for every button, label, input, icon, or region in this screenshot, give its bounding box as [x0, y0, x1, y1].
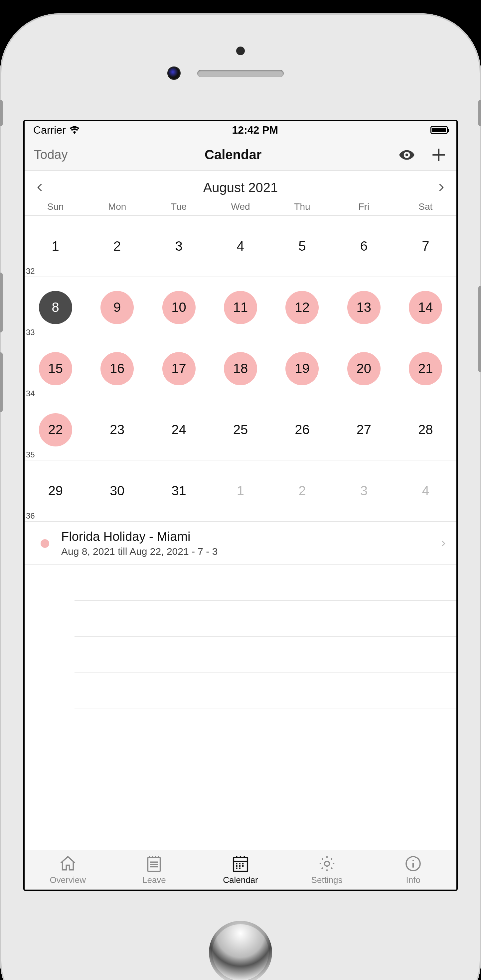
- calendar-day[interactable]: 1: [25, 230, 86, 263]
- calendar-day[interactable]: 12: [271, 291, 333, 324]
- tab-leave[interactable]: Leave: [111, 850, 197, 889]
- month-title: August 2021: [203, 180, 278, 195]
- calendar-day[interactable]: 16: [86, 352, 148, 385]
- calendar-day[interactable]: 10: [148, 291, 210, 324]
- calendar-day[interactable]: 6: [333, 230, 395, 263]
- day-number: 9: [100, 291, 134, 324]
- calendar-day[interactable]: 19: [271, 352, 333, 385]
- day-number: 2: [100, 230, 134, 263]
- tab-info[interactable]: Info: [370, 850, 456, 889]
- add-icon[interactable]: [430, 146, 447, 163]
- calendar-day[interactable]: 14: [395, 291, 456, 324]
- nav-bar: Today Calendar: [25, 139, 456, 171]
- wifi-icon: [69, 125, 80, 135]
- chevron-right-icon: [440, 537, 447, 550]
- day-number: 18: [224, 352, 257, 385]
- day-number: 2: [285, 474, 319, 508]
- calendar-day[interactable]: 15: [25, 352, 86, 385]
- weekday-label: Thu: [271, 202, 333, 212]
- day-number: 25: [224, 413, 257, 447]
- calendar-day[interactable]: 4: [395, 474, 456, 508]
- calendar-day[interactable]: 29: [25, 474, 86, 508]
- event-list: Florida Holiday - Miami Aug 8, 2021 till…: [25, 522, 456, 850]
- day-number: 12: [285, 291, 319, 324]
- calendar-day[interactable]: 7: [395, 230, 456, 263]
- tab-bar: Overview Leave Calendar Settings: [25, 850, 456, 889]
- day-number: 1: [224, 474, 257, 508]
- day-number: 10: [162, 291, 196, 324]
- day-number: 27: [347, 413, 381, 447]
- day-number: 4: [224, 230, 257, 263]
- notepad-icon: [145, 854, 163, 873]
- battery-icon: [430, 126, 448, 134]
- calendar-day[interactable]: 27: [333, 413, 395, 447]
- tab-label: Calendar: [223, 875, 258, 885]
- side-notch: [0, 273, 3, 332]
- phone-frame: Carrier 12:42 PM Today Calendar: [0, 13, 481, 980]
- day-number: 5: [285, 230, 319, 263]
- day-number: 19: [285, 352, 319, 385]
- day-number: 29: [39, 474, 72, 508]
- speaker: [197, 70, 284, 77]
- day-number: 30: [100, 474, 134, 508]
- tab-overview[interactable]: Overview: [25, 850, 111, 889]
- screen: Carrier 12:42 PM Today Calendar: [23, 120, 458, 891]
- event-row[interactable]: Florida Holiday - Miami Aug 8, 2021 till…: [25, 522, 456, 565]
- calendar-day[interactable]: 9: [86, 291, 148, 324]
- calendar-day[interactable]: 24: [148, 413, 210, 447]
- tab-calendar[interactable]: Calendar: [197, 850, 284, 889]
- week-number: 33: [26, 328, 35, 337]
- svg-point-4: [413, 860, 414, 861]
- day-number: 31: [162, 474, 196, 508]
- calendar-day[interactable]: 21: [395, 352, 456, 385]
- weekday-label: Sat: [395, 202, 456, 212]
- calendar-day[interactable]: 1: [210, 474, 271, 508]
- event-title: Florida Holiday - Miami: [61, 530, 440, 544]
- calendar-day[interactable]: 20: [333, 352, 395, 385]
- calendar-day[interactable]: 31: [148, 474, 210, 508]
- weekday-label: Sun: [25, 202, 86, 212]
- prev-month-button[interactable]: [35, 180, 45, 196]
- day-number: 15: [39, 352, 72, 385]
- day-number: 20: [347, 352, 381, 385]
- week-number: 34: [26, 389, 35, 398]
- calendar-day[interactable]: 5: [271, 230, 333, 263]
- front-camera: [167, 67, 181, 80]
- status-time: 12:42 PM: [232, 124, 279, 136]
- calendar-day[interactable]: 4: [210, 230, 271, 263]
- eye-icon[interactable]: [398, 146, 415, 163]
- side-notch: [478, 100, 481, 126]
- calendar-day[interactable]: 2: [271, 474, 333, 508]
- calendar-day[interactable]: 17: [148, 352, 210, 385]
- calendar-day[interactable]: 11: [210, 291, 271, 324]
- calendar-day[interactable]: 8: [25, 291, 86, 324]
- calendar-day[interactable]: 13: [333, 291, 395, 324]
- calendar-day[interactable]: 22: [25, 413, 86, 447]
- week-number: 32: [26, 267, 35, 276]
- next-month-button[interactable]: [436, 180, 446, 196]
- side-notch: [0, 352, 3, 412]
- calendar-day[interactable]: 25: [210, 413, 271, 447]
- calendar-day[interactable]: 28: [395, 413, 456, 447]
- today-button[interactable]: Today: [34, 148, 67, 162]
- tab-settings[interactable]: Settings: [284, 850, 370, 889]
- calendar-day[interactable]: 3: [333, 474, 395, 508]
- day-number: 1: [39, 230, 72, 263]
- event-color-dot: [41, 539, 49, 548]
- empty-list-row: [75, 673, 456, 708]
- calendar-day[interactable]: 3: [148, 230, 210, 263]
- calendar-day[interactable]: 30: [86, 474, 148, 508]
- status-bar: Carrier 12:42 PM: [25, 121, 456, 139]
- home-button[interactable]: [209, 921, 272, 980]
- weekday-label: Wed: [210, 202, 271, 212]
- day-number: 24: [162, 413, 196, 447]
- empty-list-row: [75, 708, 456, 744]
- calendar-day[interactable]: 18: [210, 352, 271, 385]
- day-number: 11: [224, 291, 257, 324]
- calendar-day[interactable]: 26: [271, 413, 333, 447]
- day-number: 4: [409, 474, 442, 508]
- calendar-day[interactable]: 23: [86, 413, 148, 447]
- calendar-day[interactable]: 2: [86, 230, 148, 263]
- page-title: Calendar: [67, 147, 398, 162]
- week-row: 3415161718192021: [25, 338, 456, 399]
